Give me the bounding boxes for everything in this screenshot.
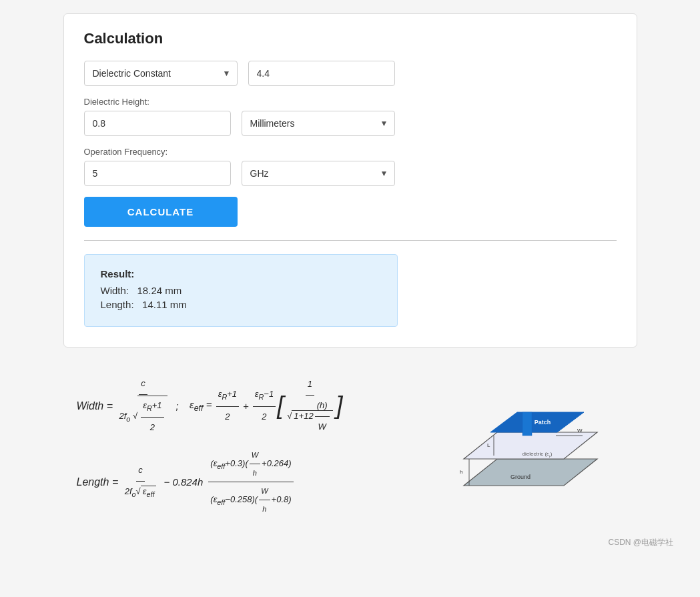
dielectric-height-input[interactable] <box>84 111 231 136</box>
svg-text:L: L <box>487 442 490 448</box>
svg-text:Patch: Patch <box>534 419 551 426</box>
page-wrapper: Calculation Dielectric Constant Other Op… <box>0 0 700 562</box>
result-length-value: 14.11 mm <box>142 299 187 310</box>
svg-rect-5 <box>522 412 532 436</box>
row-calculate: CALCULATE <box>84 197 617 227</box>
row-dielectric-height: Millimeters Meters Centimeters ▼ <box>84 111 617 136</box>
svg-text:Ground: Ground <box>510 474 530 480</box>
formula-text: Width = c 2fo √εR+12 ; εeff = εR+1 2 <box>77 374 437 524</box>
minus-sign: − 0.824h <box>163 471 203 493</box>
operation-frequency-label: Operation Frequency: <box>84 147 617 157</box>
dielectric-constant-wrapper: Dielectric Constant Other Option ▼ <box>84 61 238 86</box>
patch-diagram-area: Ground dielectric (εr) Patch L W h <box>437 382 624 516</box>
frac-c-length: c 2fo√εeff <box>123 461 159 502</box>
dielectric-height-unit-wrapper: Millimeters Meters Centimeters ▼ <box>242 111 395 136</box>
result-length: Length: 14.11 mm <box>101 299 381 310</box>
patch-antenna-diagram: Ground dielectric (εr) Patch L W h <box>444 392 617 506</box>
result-title: Result: <box>101 268 381 279</box>
right-bracket: ] <box>336 394 343 418</box>
calculate-button[interactable]: CALCULATE <box>84 197 238 227</box>
calculation-card: Calculation Dielectric Constant Other Op… <box>63 13 637 348</box>
frac-inner: 1 √1+12(h)W <box>285 375 334 436</box>
svg-text:W: W <box>577 428 583 434</box>
frequency-unit-select[interactable]: GHz MHz Hz <box>242 161 395 186</box>
dielectric-constant-select[interactable]: Dielectric Constant Other Option <box>84 61 238 86</box>
result-width: Width: 18.24 mm <box>101 285 381 296</box>
result-length-label: Length: <box>101 299 134 310</box>
formula-width-line: Width = c 2fo √εR+12 ; εeff = εR+1 2 <box>77 374 437 438</box>
page-title: Calculation <box>84 30 617 47</box>
formula-section: Width = c 2fo √εR+12 ; εeff = εR+1 2 <box>63 368 637 530</box>
dielectric-height-unit-select[interactable]: Millimeters Meters Centimeters <box>242 111 395 136</box>
semicolon: ; <box>176 395 185 417</box>
frequency-input[interactable] <box>84 161 231 186</box>
svg-text:h: h <box>460 469 462 475</box>
epsilon-eff-label: εeff = <box>190 394 215 418</box>
svg-marker-0 <box>464 459 597 486</box>
frequency-unit-wrapper: GHz MHz Hz ▼ <box>242 161 395 186</box>
result-box: Result: Width: 18.24 mm Length: 14.11 mm <box>84 254 398 327</box>
row-dielectric-constant: Dielectric Constant Other Option ▼ <box>84 61 617 86</box>
dielectric-height-label: Dielectric Height: <box>84 97 617 107</box>
formula-length-line: Length = c 2fo√εeff − 0.824h (εeff+0.3)(… <box>77 447 437 518</box>
width-label: Width = <box>77 394 116 418</box>
frac-length-correction: (εeff+0.3)(Wh+0.264) (εeff−0.258)(Wh+0.8… <box>208 447 293 518</box>
watermark: CSDN @电磁学社 <box>13 537 687 548</box>
length-label-formula: Length = <box>77 470 121 494</box>
result-width-label: Width: <box>101 285 129 296</box>
dielectric-constant-input[interactable] <box>248 61 395 86</box>
section-divider <box>84 240 617 241</box>
result-width-value: 18.24 mm <box>137 285 182 296</box>
frac-er1: εR+1 2 <box>216 385 239 426</box>
plus: + <box>243 395 249 417</box>
row-frequency: GHz MHz Hz ▼ <box>84 161 617 186</box>
left-bracket: [ <box>277 394 284 418</box>
frac-er2: εR−1 2 <box>253 385 276 426</box>
frac-c-width: c 2fo √εR+12 <box>117 374 169 438</box>
